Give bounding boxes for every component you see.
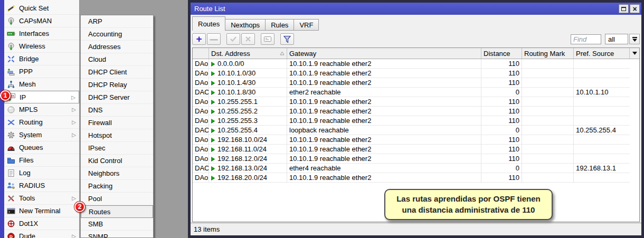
column-selector-button[interactable]	[630, 48, 639, 59]
sidebar-item-ppp[interactable]: PPP ▷	[4, 65, 79, 78]
submenu-item-ipsec[interactable]: IPsec	[81, 142, 153, 155]
tab-vrf[interactable]: VRF	[294, 19, 319, 31]
sidebar-item-files[interactable]: Files ▷	[4, 154, 79, 167]
table-row[interactable]: DAo 192.168.11.0/24 10.10.1.9 reachable …	[193, 145, 639, 154]
table-row[interactable]: DAo 10.255.255.1 10.10.1.9 reachable eth…	[193, 97, 639, 107]
status-bar: 13 items	[191, 223, 641, 235]
table-row[interactable]: DAo 192.168.12.0/24 10.10.1.9 reachable …	[193, 154, 639, 164]
sidebar-item-label: RADIUS	[19, 182, 72, 189]
column-header-dst-address[interactable]: Dst. Address	[209, 48, 287, 59]
sidebar-item-quick-set[interactable]: Quick Set ▷	[4, 2, 79, 15]
mpls-icon	[6, 106, 16, 114]
submenu-item-hotspot[interactable]: Hotspot	[81, 129, 153, 142]
maximize-button[interactable]	[619, 4, 629, 13]
table-row[interactable]: DAC 10.10.1.8/30 ether2 reachable 0 10.1…	[193, 88, 639, 97]
close-button[interactable]: ×	[630, 4, 640, 13]
tools-icon	[6, 194, 16, 203]
table-header-row: Dst. Address Gateway Distance Routing Ma…	[193, 48, 639, 59]
submenu-item-label: Accounting	[88, 30, 122, 38]
column-header-pref-source[interactable]: Pref. Source	[574, 48, 630, 59]
tab-bar: Routes Nexthops Rules VRF	[192, 15, 640, 31]
submenu-item-snmp[interactable]: SNMP	[81, 231, 153, 238]
sidebar-item-label: Mesh	[19, 80, 72, 88]
comment-button[interactable]	[261, 33, 274, 45]
table-row[interactable]: DAC 10.255.255.4 loopback reachable 0 10…	[193, 126, 639, 135]
table-row[interactable]: DAo 10.10.1.0/30 10.10.1.9 reachable eth…	[193, 69, 639, 78]
submenu-item-routes[interactable]: Routes	[81, 205, 153, 218]
submenu-item-firewall[interactable]: Firewall	[81, 117, 153, 129]
submenu-item-pool[interactable]: Pool	[81, 193, 153, 205]
filter-button[interactable]	[280, 33, 294, 45]
route-filter-dropdown[interactable]: all	[605, 34, 628, 44]
column-header-routing-mark[interactable]: Routing Mark	[522, 48, 574, 59]
disable-button[interactable]	[241, 33, 255, 45]
sidebar-item-system[interactable]: System ▷	[4, 129, 79, 141]
table-row[interactable]: DAo 10.255.255.3 10.10.1.9 reachable eth…	[193, 116, 639, 126]
submenu-item-label: Routes	[89, 208, 110, 216]
table-row[interactable]: DAC 192.168.13.0/24 ether4 reachable 0 1…	[193, 164, 639, 173]
sidebar-item-queues[interactable]: Queues ▷	[4, 141, 79, 154]
sidebar-item-label: Files	[19, 156, 72, 164]
submenu-item-dns[interactable]: DNS	[81, 104, 153, 117]
submenu-item-dhcp-relay[interactable]: DHCP Relay	[81, 79, 153, 91]
tab-routes[interactable]: Routes	[192, 16, 225, 31]
sort-ascending-icon	[280, 51, 285, 55]
sidebar-item-interfaces[interactable]: Interfaces ▷	[4, 27, 79, 40]
sidebar-item-dude[interactable]: D Dude ▷	[4, 230, 79, 238]
submenu-item-arp[interactable]: ARP	[81, 15, 153, 28]
route-active-icon	[211, 166, 215, 170]
sidebar-item-log[interactable]: Log ▷	[4, 167, 79, 179]
remove-button[interactable]: —	[207, 33, 221, 45]
find-input[interactable]	[571, 34, 601, 44]
table-row[interactable]: DAo 192.168.10.0/24 10.10.1.9 reachable …	[193, 135, 639, 145]
step-marker-1: 1	[0, 90, 11, 101]
window-titlebar[interactable]: Route List ×	[191, 3, 641, 15]
route-active-icon	[211, 119, 215, 123]
column-header-gateway[interactable]: Gateway	[287, 48, 481, 59]
tab-rules[interactable]: Rules	[266, 19, 294, 31]
mesh-icon	[6, 80, 16, 89]
ppp-icon	[6, 68, 16, 76]
sidebar-item-tools[interactable]: Tools ▷	[4, 192, 79, 205]
submenu-item-kid-control[interactable]: Kid Control	[81, 155, 153, 167]
table-row[interactable]: DAo 0.0.0.0/0 10.10.1.9 reachable ether2…	[193, 59, 639, 69]
submenu-item-packing[interactable]: Packing	[81, 180, 153, 193]
check-icon	[230, 36, 237, 42]
submenu-item-label: Addresses	[88, 43, 120, 51]
sidebar-item-label: Dude	[19, 232, 72, 238]
sidebar-item-radius[interactable]: RADIUS ▷	[4, 179, 79, 192]
svg-text:D: D	[10, 234, 13, 238]
bridge-icon	[6, 55, 16, 63]
submenu-item-cloud[interactable]: Cloud	[81, 53, 153, 66]
sidebar-item-wireless[interactable]: Wireless ▷	[4, 40, 79, 53]
column-header-distance[interactable]: Distance	[481, 48, 522, 59]
table-row[interactable]: DAo 10.10.1.4/30 10.10.1.9 reachable eth…	[193, 78, 639, 88]
submenu-item-dhcp-client[interactable]: DHCP Client	[81, 66, 153, 79]
sidebar-item-bridge[interactable]: Bridge ▷	[4, 53, 79, 65]
tab-nexthops[interactable]: Nexthops	[225, 19, 266, 31]
minus-icon: —	[210, 35, 218, 43]
table-row[interactable]: DAo 192.168.20.0/24 10.10.1.9 reachable …	[193, 173, 639, 183]
sidebar-item-routing[interactable]: Routing ▷	[4, 116, 79, 129]
sidebar-item-capsman[interactable]: CAPsMAN ▷	[4, 15, 79, 27]
dropdown-arrow-button[interactable]	[629, 34, 640, 44]
submenu-item-neighbors[interactable]: Neighbors	[81, 167, 153, 180]
sidebar-item-label: PPP	[19, 68, 72, 75]
table-row[interactable]: DAo 10.255.255.2 10.10.1.9 reachable eth…	[193, 107, 639, 116]
submenu-item-dhcp-server[interactable]: DHCP Server	[81, 91, 153, 104]
log-icon	[6, 169, 16, 177]
add-button[interactable]: +	[192, 33, 206, 45]
sidebar-item-new-terminal[interactable]: New Terminal ▷	[4, 205, 79, 217]
submenu-item-label: Neighbors	[88, 169, 119, 177]
column-header-flags[interactable]	[193, 48, 209, 59]
submenu-item-addresses[interactable]: Addresses	[81, 41, 153, 53]
sidebar-item-dot1x[interactable]: Dot1X ▷	[4, 217, 79, 230]
sidebar-item-mesh[interactable]: Mesh ▷	[4, 78, 79, 91]
sidebar-item-ip[interactable]: 255 IP ▷	[4, 91, 79, 103]
submenu-item-accounting[interactable]: Accounting	[81, 28, 153, 41]
submenu-item-label: SMB	[88, 220, 103, 228]
submenu-item-smb[interactable]: SMB	[81, 218, 153, 231]
sidebar-item-mpls[interactable]: MPLS ▷	[4, 103, 79, 116]
dropdown-arrow-icon	[632, 37, 637, 42]
enable-button[interactable]	[226, 33, 240, 45]
